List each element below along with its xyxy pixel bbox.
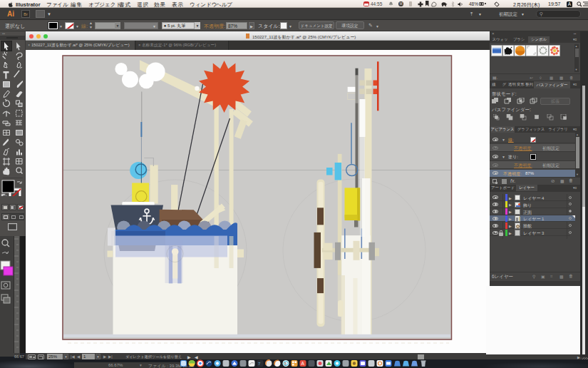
svg-text:A: A <box>301 361 305 366</box>
svg-text:5: 5 <box>284 362 287 366</box>
